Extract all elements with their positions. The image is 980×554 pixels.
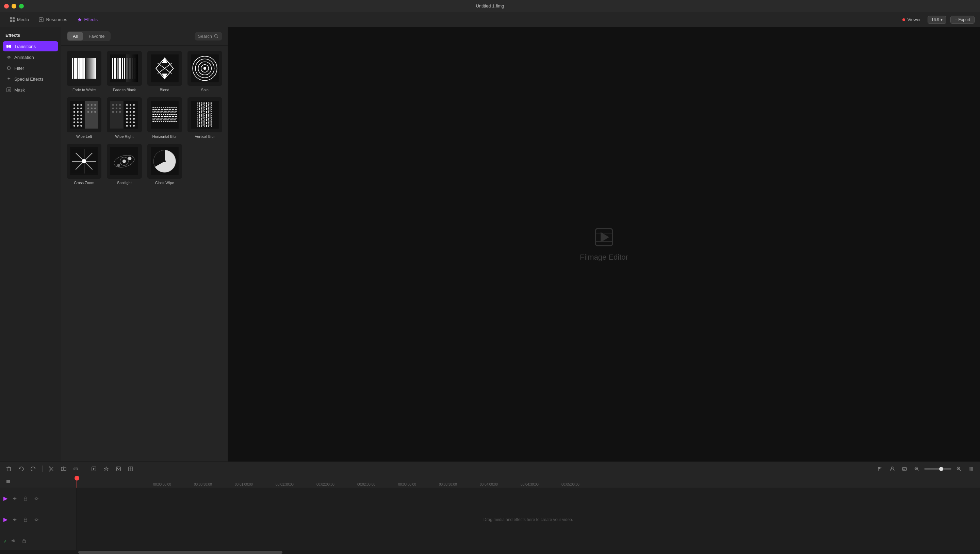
sidebar-item-transitions[interactable]: Transitions: [3, 41, 58, 51]
caption-button[interactable]: [900, 464, 909, 474]
resources-icon: [38, 17, 44, 22]
flag-icon: [878, 466, 882, 471]
effect-thumb-blend: [147, 51, 182, 86]
window-controls[interactable]: [4, 4, 24, 8]
svg-point-148: [82, 159, 86, 163]
svg-point-151: [123, 159, 126, 163]
lock-icon: [22, 539, 26, 543]
undo-button[interactable]: [16, 464, 26, 474]
effect-clock-wipe[interactable]: Clock Wipe: [146, 143, 183, 186]
effect-fade-to-white[interactable]: Fade to White: [65, 50, 103, 93]
svg-point-67: [80, 115, 82, 116]
svg-point-108: [133, 125, 135, 127]
effect-vertical-blur[interactable]: Vertical Blur: [186, 96, 224, 140]
resize-button[interactable]: [126, 464, 135, 474]
svg-point-79: [91, 104, 92, 106]
svg-point-82: [91, 108, 92, 109]
effect-label: Spin: [201, 88, 208, 92]
svg-point-97: [126, 115, 128, 116]
tab-media[interactable]: Media: [5, 15, 33, 24]
effect-blend[interactable]: Blend: [146, 50, 183, 93]
track-eye-btn-2[interactable]: [33, 516, 40, 524]
animation-icon: [6, 54, 11, 60]
effect-thumb-clock-wipe: [147, 144, 182, 179]
timeline-controls: [0, 477, 76, 486]
effect-spotlight[interactable]: Spotlight: [105, 143, 143, 186]
image-button[interactable]: [114, 464, 123, 474]
track-audio-btn-a[interactable]: [10, 537, 17, 544]
sidebar-item-special-effects[interactable]: Special Effects: [3, 74, 58, 84]
svg-point-69: [77, 118, 79, 120]
effect-label: Wipe Left: [76, 134, 92, 138]
svg-point-98: [130, 115, 131, 116]
delete-button[interactable]: [4, 464, 14, 474]
time-mark: 00:01:00:00: [235, 482, 275, 486]
svg-point-81: [88, 108, 89, 109]
svg-point-88: [126, 104, 128, 106]
minimize-button[interactable]: [11, 4, 16, 8]
redo-button[interactable]: [29, 464, 38, 474]
playhead-head: [75, 476, 79, 481]
viewer-button[interactable]: Viewer: [900, 16, 924, 24]
track-content-audio1: [76, 530, 980, 550]
split-button[interactable]: [59, 464, 68, 474]
maximize-button[interactable]: [19, 4, 24, 8]
effect-thumb-wipe-left: [67, 97, 102, 132]
export-button[interactable]: ↑ Export: [950, 16, 975, 24]
sidebar-item-filter[interactable]: Filter: [3, 63, 58, 73]
zoom-slider[interactable]: [924, 468, 951, 470]
time-mark: 00:03:30:00: [439, 482, 480, 486]
effect-spin[interactable]: Spin: [186, 50, 224, 93]
aspect-ratio-button[interactable]: 16:9 ▾: [928, 16, 946, 24]
search-box[interactable]: Search: [195, 32, 222, 40]
effect-label: Clock Wipe: [155, 181, 174, 185]
filter-tab-favorite[interactable]: Favorite: [83, 32, 110, 40]
svg-rect-1: [13, 18, 14, 19]
track-audio-btn-1[interactable]: [11, 495, 18, 502]
star-icon: [103, 466, 109, 472]
sidebar-item-mask[interactable]: Mask: [3, 85, 58, 95]
tab-effects[interactable]: Effects: [73, 15, 102, 24]
track-eye-btn-1[interactable]: [33, 495, 40, 502]
star-button[interactable]: [102, 464, 111, 474]
svg-point-102: [133, 118, 135, 120]
svg-rect-42: [126, 54, 138, 82]
svg-point-62: [73, 111, 75, 113]
effect-horizontal-blur[interactable]: Horizontal Blur: [146, 96, 183, 140]
scrollbar-thumb[interactable]: [78, 551, 282, 554]
time-mark: 00:00:30:00: [194, 482, 235, 486]
track-audio-btn-2[interactable]: [11, 516, 18, 524]
person-button[interactable]: [888, 464, 897, 474]
tab-resources[interactable]: Resources: [34, 15, 71, 24]
effect-wipe-left[interactable]: Wipe Left: [65, 96, 103, 140]
link-button[interactable]: [71, 464, 81, 474]
zoom-out-button[interactable]: [912, 464, 921, 474]
cut-button[interactable]: [47, 464, 56, 474]
flag-button[interactable]: [875, 464, 885, 474]
effect-label: Vertical Blur: [195, 134, 215, 138]
svg-marker-201: [13, 497, 15, 500]
grid-button[interactable]: [966, 464, 976, 474]
filter-tab-all[interactable]: All: [67, 32, 83, 40]
effect-cross-zoom[interactable]: Cross Zoom: [65, 143, 103, 186]
svg-rect-25: [72, 58, 73, 79]
track-controls-video1: ▶: [0, 488, 76, 509]
svg-point-10: [8, 57, 10, 58]
track-lock-btn-a[interactable]: [21, 537, 28, 544]
track-lock-btn-1[interactable]: [22, 495, 29, 502]
zoom-in-button[interactable]: [954, 464, 964, 474]
effect-label: Horizontal Blur: [153, 134, 177, 138]
play-button[interactable]: [89, 464, 99, 474]
timeline-scrollbar[interactable]: [0, 550, 980, 554]
filmage-editor-label: Filmage Editor: [580, 253, 628, 262]
effect-fade-to-black[interactable]: Fade to Black: [105, 50, 143, 93]
delete-icon: [6, 466, 11, 472]
svg-point-56: [73, 104, 75, 106]
track-lock-btn-2[interactable]: [22, 516, 29, 524]
close-button[interactable]: [4, 4, 9, 8]
effect-wipe-right[interactable]: Wipe Right: [105, 96, 143, 140]
timeline-settings-button[interactable]: [3, 477, 13, 486]
svg-point-63: [77, 111, 79, 113]
playhead[interactable]: [76, 476, 77, 488]
sidebar-item-animation[interactable]: Animation: [3, 52, 58, 62]
